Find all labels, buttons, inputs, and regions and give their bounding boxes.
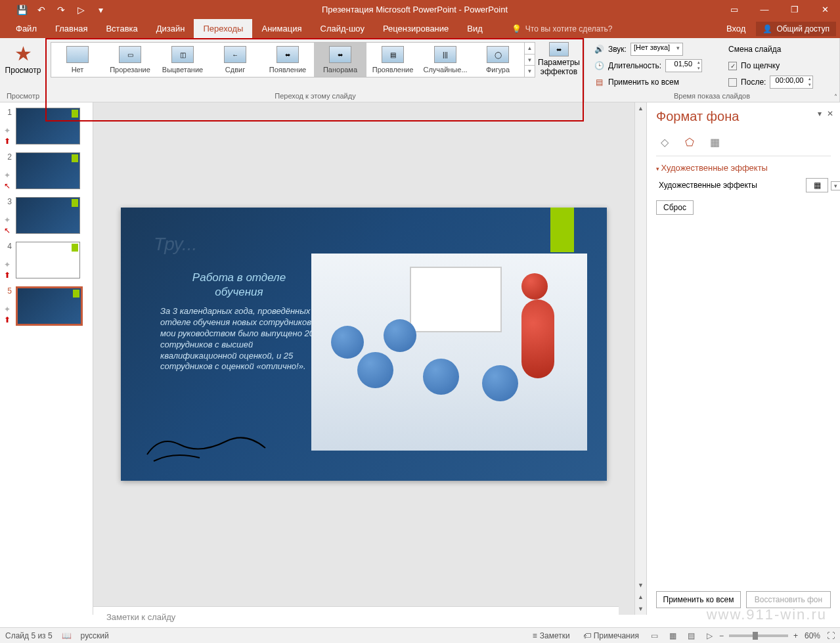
title-bar: 💾 ↶ ↷ ▷ ▾ Презентация Microsoft PowerPoi… (0, 0, 840, 19)
tab-view[interactable]: Вид (458, 19, 492, 38)
vertical-scrollbar[interactable]: ▲ ▼ ▲ ▼ (634, 102, 646, 615)
ribbon-group-transitions: Нет ▭Прорезание ◫Выцветание ←Сдвиг ⬌Появ… (47, 38, 585, 102)
spellcheck-icon[interactable]: 📖 (62, 631, 72, 640)
tab-animations[interactable]: Анимация (252, 19, 311, 38)
sorter-view-icon[interactable]: ▦ (664, 628, 682, 644)
thumbnail-5[interactable]: 5✦⬆ (3, 286, 90, 326)
workspace: 1✦⬆ 2✦↖ 3✦↖ 4✦⬆ 5✦⬆ Тру... Работа в отде… (0, 102, 840, 615)
current-slide: Тру... Работа в отделе обучения За 3 кал… (121, 208, 607, 481)
section-artistic-effects[interactable]: Художественные эффекты (656, 163, 831, 173)
reset-button[interactable]: Сброс (656, 200, 694, 215)
slide-canvas[interactable]: Тру... Работа в отделе обучения За 3 кал… (93, 102, 634, 615)
artistic-effects-dropdown[interactable]: ▦ (806, 178, 828, 192)
gallery-item[interactable]: |||Случайные... (419, 43, 472, 77)
share-button[interactable]: 👤 Общий доступ (756, 22, 836, 36)
gallery-up-icon[interactable]: ▲ (525, 43, 535, 55)
tab-review[interactable]: Рецензирование (374, 19, 458, 38)
apply-to-all-button[interactable]: Применить ко всем (656, 591, 741, 608)
gallery-item[interactable]: Нет (51, 43, 104, 77)
collapse-ribbon-icon[interactable]: ˄ (834, 93, 837, 100)
sound-icon: 🔊 (594, 44, 604, 55)
qat-more-icon[interactable]: ▾ (91, 1, 110, 19)
next-slide-icon[interactable]: ▼ (635, 603, 646, 615)
gallery-down-icon[interactable]: ▼ (525, 55, 535, 66)
thumbnail-1[interactable]: 1✦⬆ (3, 108, 90, 146)
tab-slideshow[interactable]: Слайд-шоу (311, 19, 374, 38)
ink-scribble (141, 428, 272, 468)
thumbnail-4[interactable]: 4✦⬆ (3, 242, 90, 280)
tell-me-label: Что вы хотите сделать? (525, 24, 613, 33)
gallery-more-icon[interactable]: ▼ (525, 66, 535, 77)
share-label: Общий доступ (776, 24, 829, 33)
effect-options-button[interactable]: ⬌ Параметры эффектов (537, 39, 581, 77)
notes-toggle[interactable]: ≡ Заметки (526, 628, 577, 644)
app-title: Презентация Microsoft PowerPoint - Power… (110, 5, 719, 14)
thumbnail-3[interactable]: 3✦↖ (3, 197, 90, 235)
status-bar: Слайд 5 из 5 📖 русский ≡ Заметки 🏷 Приме… (0, 627, 840, 643)
duration-spinner[interactable]: 01,50 (665, 59, 702, 72)
zoom-level[interactable]: 60% (805, 631, 820, 640)
slideshow-view-icon[interactable]: ▷ (701, 628, 719, 644)
normal-view-icon[interactable]: ▭ (646, 628, 664, 644)
gallery-item-selected[interactable]: ⬌Панорама (314, 43, 366, 77)
zoom-controls: − + 60% ⛶ (719, 631, 835, 640)
save-icon[interactable]: 💾 (12, 1, 32, 19)
gallery-item[interactable]: ▤Проявление (366, 43, 419, 77)
scroll-down-icon[interactable]: ▼ (635, 579, 646, 591)
gallery-item[interactable]: ⬌Появление (261, 43, 314, 77)
prev-slide-icon[interactable]: ▲ (635, 591, 646, 603)
thumbnail-2[interactable]: 2✦↖ (3, 152, 90, 190)
sound-dropdown[interactable]: [Нет звука] (630, 43, 683, 56)
restore-background-button[interactable]: Восстановить фон (746, 591, 831, 608)
tab-transitions[interactable]: Переходы (194, 19, 252, 38)
scroll-up-icon[interactable]: ▲ (635, 102, 646, 114)
zoom-out-icon[interactable]: − (719, 631, 724, 640)
reading-view-icon[interactable]: ▤ (682, 628, 701, 644)
quick-access-toolbar: 💾 ↶ ↷ ▷ ▾ (0, 1, 110, 19)
tell-me[interactable]: 💡 Что вы хотите сделать? (492, 24, 613, 33)
tab-file[interactable]: Файл (7, 19, 46, 38)
notes-pane[interactable]: Заметки к слайду (93, 606, 619, 627)
on-click-checkbox[interactable]: ✓ (728, 62, 737, 70)
maximize-icon[interactable]: ❐ (780, 1, 810, 19)
login-button[interactable]: Вход (718, 24, 753, 33)
tab-home[interactable]: Главная (46, 19, 97, 38)
ribbon-options-icon[interactable]: ▭ (719, 1, 749, 19)
effect-options-label: Параметры эффектов (537, 58, 581, 77)
after-checkbox[interactable] (728, 78, 737, 87)
undo-icon[interactable]: ↶ (32, 1, 51, 19)
preview-label: Просмотр (5, 66, 41, 75)
pane-close-icon[interactable]: ✕ (827, 109, 833, 118)
view-buttons: ▭ ▦ ▤ ▷ (646, 628, 719, 644)
gallery-item[interactable]: ◫Выцветание (156, 43, 209, 77)
gallery-scroll: ▲ ▼ ▼ (524, 43, 535, 77)
group-label-timing: Время показа слайдов (587, 92, 837, 101)
picture-icon[interactable]: ▦ (707, 135, 722, 149)
preview-button[interactable]: ★ Просмотр (3, 39, 43, 75)
group-label-transition: Переход к этому слайду (49, 92, 581, 101)
gallery-item[interactable]: ▭Прорезание (104, 43, 156, 77)
apply-all-button[interactable]: Применить ко всем (608, 78, 679, 87)
fill-icon[interactable]: ◇ (657, 135, 672, 149)
after-label: После: (741, 78, 766, 87)
fit-to-window-icon[interactable]: ⛶ (827, 631, 835, 640)
minimize-icon[interactable]: — (749, 1, 780, 19)
start-from-beginning-icon[interactable]: ▷ (71, 1, 91, 19)
comments-toggle[interactable]: 🏷 Примечания (577, 628, 646, 644)
pane-dropdown-icon[interactable]: ▾ (818, 109, 822, 118)
zoom-in-icon[interactable]: + (793, 631, 798, 640)
sound-label: Звук: (608, 45, 627, 54)
tab-design[interactable]: Дизайн (147, 19, 194, 38)
artistic-effects-label: Художественные эффекты (659, 181, 757, 190)
gallery-item[interactable]: ←Сдвиг (209, 43, 261, 77)
language-indicator[interactable]: русский (81, 631, 109, 640)
close-icon[interactable]: ✕ (810, 1, 840, 19)
slide-subtitle: Работа в отделе обучения (173, 271, 305, 299)
tab-insert[interactable]: Вставка (97, 19, 146, 38)
gallery-item[interactable]: ◯Фигура (472, 43, 524, 77)
lightbulb-icon: 💡 (512, 24, 521, 33)
zoom-slider[interactable] (729, 634, 788, 637)
effects-icon[interactable]: ⬠ (682, 135, 697, 149)
redo-icon[interactable]: ↷ (51, 1, 71, 19)
after-spinner[interactable]: 00:00,00 (770, 76, 813, 89)
